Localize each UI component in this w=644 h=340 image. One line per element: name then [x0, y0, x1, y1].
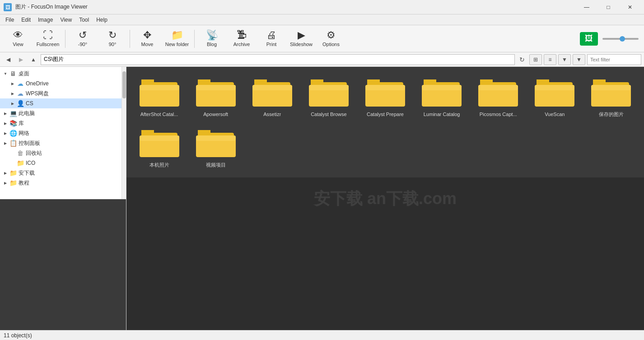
status-bar: 11 object(s): [0, 330, 644, 340]
archive-button[interactable]: 🗜 Archive: [227, 27, 256, 51]
forward-button[interactable]: ▶: [15, 54, 26, 65]
folder-icon-vuescan: [535, 76, 574, 108]
options-icon: ⚙: [327, 30, 336, 40]
sidebar-item-library[interactable]: ▶ 📚 库: [0, 118, 121, 128]
menu-view[interactable]: View: [56, 14, 75, 25]
menu-file[interactable]: File: [2, 14, 18, 25]
window-title: 图片 - FocusOn Image Viewer: [15, 3, 88, 11]
move-label: Move: [141, 42, 154, 47]
folder-item-luminar[interactable]: Luminar Catalog: [415, 72, 469, 121]
folder-label-catalyst-prepare: Catalyst Prepare: [367, 111, 404, 117]
svg-rect-23: [422, 85, 462, 90]
menu-image[interactable]: Image: [34, 14, 56, 25]
sidebar-item-ico[interactable]: ▶ 📁 ICO: [0, 158, 121, 168]
new-folder-button[interactable]: 📁 New folder: [163, 27, 191, 51]
controlpanel-icon: 📋: [9, 140, 17, 147]
network-label: 网络: [19, 130, 29, 137]
menu-bar: File Edit Image View Tool Help: [0, 14, 644, 25]
app-icon: 🖼: [4, 3, 12, 11]
svg-rect-35: [591, 85, 631, 90]
refresh-button[interactable]: ↻: [517, 54, 527, 65]
svg-rect-5: [198, 79, 210, 84]
preview-panel: [0, 199, 126, 330]
window-controls: — □ ✕: [576, 0, 640, 14]
view-button[interactable]: 👁 View: [4, 27, 33, 51]
folder-item-catalyst-prepare[interactable]: Catalyst Prepare: [358, 72, 412, 121]
rotate-left-button[interactable]: ↺ -90°: [68, 27, 97, 51]
rotate-left-label: -90°: [78, 42, 87, 47]
menu-help[interactable]: Help: [93, 14, 111, 25]
rotate-left-icon: ↺: [79, 30, 87, 40]
address-input[interactable]: [41, 54, 515, 65]
rotate-right-button[interactable]: ↻ 90°: [98, 27, 127, 51]
move-button[interactable]: ✥ Move: [133, 27, 162, 51]
sidebar-item-controlpanel[interactable]: ▶ 📋 控制面板: [0, 138, 121, 148]
tutorial-icon: 📁: [9, 179, 17, 186]
thispc-label: 此电脑: [19, 110, 35, 117]
svg-rect-1: [141, 79, 154, 84]
sidebar-item-cs[interactable]: ▶ 👤 CS: [0, 98, 121, 108]
blog-button[interactable]: 📡 Blog: [197, 27, 226, 51]
zoom-slider[interactable]: [602, 38, 639, 40]
fullscreen-button[interactable]: ⛶ Fullscreen: [33, 27, 62, 51]
folder-item-aftershot[interactable]: AfterShot Catal...: [132, 72, 187, 121]
list-view-button[interactable]: ≡: [544, 54, 556, 65]
sidebar-item-tutorial[interactable]: ▶ 📁 教程: [0, 178, 121, 188]
sidebar-item-download[interactable]: ▶ 📁 安下载: [0, 168, 121, 178]
menu-edit[interactable]: Edit: [18, 14, 34, 25]
print-button[interactable]: 🖨 Print: [257, 27, 286, 51]
sidebar: ▼ 🖥 桌面 ▶ ☁ OneDrive ▶ ☁ WPS网盘: [0, 67, 126, 330]
folder-item-apowersoft[interactable]: Apowersoft: [189, 72, 243, 121]
wps-icon: ☁: [16, 90, 24, 97]
view-options-button[interactable]: ▼: [558, 54, 571, 65]
options-button[interactable]: ⚙ Options: [317, 27, 345, 51]
sidebar-item-thispc[interactable]: ▶ 💻 此电脑: [0, 108, 121, 118]
cs-label: CS: [26, 100, 33, 107]
filter-input[interactable]: [587, 54, 641, 65]
controlpanel-label: 控制面板: [19, 140, 40, 147]
close-button[interactable]: ✕: [620, 0, 640, 14]
folder-item-assetizr[interactable]: Assetizr: [245, 72, 299, 121]
menu-tool[interactable]: Tool: [75, 14, 93, 25]
tutorial-label: 教程: [19, 179, 29, 187]
sidebar-item-recycle[interactable]: ▶ 🗑 回收站: [0, 148, 121, 158]
sidebar-item-network[interactable]: ▶ 🌐 网络: [0, 128, 121, 138]
sidebar-scroll-thumb: [122, 71, 126, 98]
minimize-button[interactable]: —: [576, 0, 597, 14]
cs-icon: 👤: [16, 100, 24, 107]
folder-icon-assetizr: [252, 76, 292, 108]
svg-rect-15: [309, 85, 349, 90]
arrow-right-icon-4: ▶: [2, 110, 9, 117]
folder-item-saved-photos[interactable]: 保存的图片: [584, 72, 638, 121]
svg-rect-25: [480, 79, 493, 84]
up-button[interactable]: ▲: [28, 54, 39, 65]
filter-button[interactable]: ▼: [573, 54, 585, 65]
folder-item-catalyst-browse[interactable]: Catalyst Browse: [302, 72, 356, 121]
slideshow-button[interactable]: ▶ Slideshow: [287, 27, 316, 51]
slideshow-icon: ▶: [298, 30, 305, 40]
folder-label-catalyst-browse: Catalyst Browse: [311, 111, 346, 117]
arrow-right-icon-9: ▶: [2, 179, 9, 186]
folder-icon-catalyst-browse: [309, 76, 349, 108]
folder-item-local-photos[interactable]: 本机照片: [132, 123, 187, 172]
zoom-slider-thumb[interactable]: [620, 36, 625, 42]
arrow-right-icon-7: ▶: [2, 140, 9, 147]
arrow-right-icon-3: ▶: [9, 100, 16, 107]
download-label: 安下载: [19, 169, 35, 177]
svg-rect-21: [424, 79, 436, 84]
sidebar-item-desktop[interactable]: ▼ 🖥 桌面: [0, 69, 121, 79]
folder-item-video-projects[interactable]: 视频项目: [189, 123, 243, 172]
folder-item-vuescan[interactable]: VueScan: [527, 72, 582, 121]
maximize-button[interactable]: □: [598, 0, 619, 14]
sidebar-item-wps[interactable]: ▶ ☁ WPS网盘: [0, 88, 121, 98]
svg-rect-9: [254, 79, 267, 84]
sidebar-item-onedrive[interactable]: ▶ ☁ OneDrive: [0, 79, 121, 88]
folder-icon-local-photos: [140, 126, 179, 159]
back-button[interactable]: ◀: [3, 54, 14, 65]
folder-icon-luminar: [422, 76, 462, 108]
file-area-wrapper: AfterShot Catal... Apowersoft Assetizr: [126, 67, 644, 330]
grid-view-button[interactable]: ⊞: [529, 54, 542, 65]
folder-item-picosmos[interactable]: Picosmos Capt...: [471, 72, 525, 121]
arrow-right-icon-6: ▶: [2, 130, 9, 137]
sidebar-scrollbar[interactable]: [121, 67, 126, 199]
